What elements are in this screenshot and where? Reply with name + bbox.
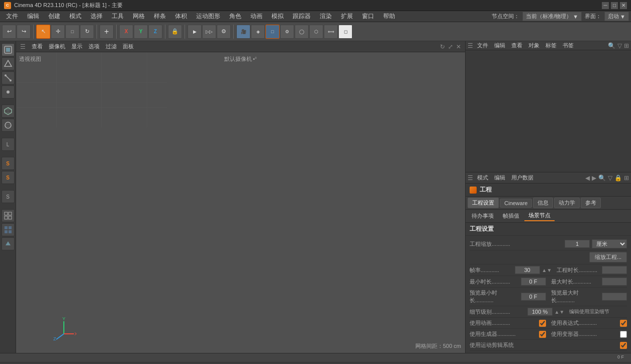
menu-animate[interactable]: 动画 <box>246 11 266 22</box>
subtab-todo[interactable]: 待办事项 <box>468 211 498 221</box>
spline-button[interactable]: ◯ <box>295 25 309 39</box>
tab-reference[interactable]: 参考 <box>581 198 601 208</box>
edge-mode-button[interactable] <box>2 71 15 84</box>
detail-spinner[interactable]: ▲▼ <box>555 309 565 315</box>
move-tool-button[interactable]: ✛ <box>51 25 65 39</box>
rp-filter-icon[interactable]: ▽ <box>617 42 622 49</box>
minimize-button[interactable]: ─ <box>602 2 609 9</box>
detail-input[interactable] <box>527 308 553 316</box>
tab-info[interactable]: 信息 <box>533 198 553 208</box>
lock-button[interactable]: 🔒 <box>168 25 182 39</box>
undo-button[interactable]: ↩ <box>2 25 16 39</box>
prop-filter-icon[interactable]: ▽ <box>608 174 612 181</box>
scale-tool-button[interactable]: □ <box>65 25 79 39</box>
rp-search-icon[interactable]: 🔍 <box>608 42 615 49</box>
rp-menu-edit[interactable]: 编辑 <box>492 42 507 49</box>
vp-menu-filter[interactable]: 过滤 <box>106 43 117 50</box>
vp-icon-expand[interactable]: ⤢ <box>448 43 453 50</box>
prop-menu-edit[interactable]: 编辑 <box>492 174 507 181</box>
menu-tracker[interactable]: 跟踪器 <box>289 11 315 22</box>
menu-mograph[interactable]: 运动图形 <box>192 11 224 22</box>
object-mode-button[interactable] <box>2 43 15 56</box>
select-tool-button[interactable]: ↖ <box>36 25 50 39</box>
render-play-button[interactable]: ▷▷ <box>202 25 216 39</box>
null-button[interactable]: S <box>2 171 15 184</box>
use-gen-checkbox[interactable] <box>539 331 546 338</box>
prop-nav-back[interactable]: ◀ <box>585 174 590 181</box>
vp-menu-display[interactable]: 显示 <box>71 43 82 50</box>
camera-button[interactable]: 🎥 <box>236 25 250 39</box>
menu-mesh[interactable]: 网格 <box>129 11 149 22</box>
menu-mode[interactable]: 模式 <box>65 11 85 22</box>
cloner-button[interactable] <box>2 237 15 250</box>
prop-nav-forward[interactable]: ▶ <box>592 174 596 181</box>
point-mode-button[interactable] <box>2 85 15 99</box>
menu-render[interactable]: 渲染 <box>316 11 336 22</box>
scale-input[interactable] <box>565 240 590 248</box>
axis-y-button[interactable]: Y <box>134 25 148 39</box>
axis-x-button[interactable]: X <box>119 25 133 39</box>
viewport[interactable]: Y Z X 透视视图 默认摄像机 •° 网格间距：500 cm Y X Z <box>16 52 465 353</box>
prop-menu-user[interactable]: 用户数据 <box>509 174 535 181</box>
vp-menu-panel[interactable]: 面板 <box>123 43 134 50</box>
viewport-mode-button[interactable]: □ <box>265 25 280 39</box>
menu-character[interactable]: 角色 <box>225 11 245 22</box>
min-time-input[interactable] <box>521 278 546 286</box>
ui-dropdown[interactable]: 启动 ▼ <box>604 12 629 21</box>
prop-search-icon[interactable]: 🔍 <box>598 174 606 181</box>
vp-menu-options[interactable]: 选项 <box>88 43 100 50</box>
rp-menu-tag[interactable]: 标签 <box>544 42 559 49</box>
snap-to-button[interactable]: L <box>2 138 15 151</box>
prop-lock-icon[interactable]: 🔒 <box>614 174 622 181</box>
render-frame-button[interactable]: ▶ <box>188 25 202 39</box>
snap-button[interactable]: ⟺ <box>324 25 338 39</box>
vp-icon-refresh[interactable]: ↻ <box>440 43 445 50</box>
rp-menu-file[interactable]: 文件 <box>475 42 490 49</box>
max-time-input[interactable] <box>602 278 627 286</box>
paint-button[interactable]: ◻ <box>338 25 352 39</box>
vp-menu-view[interactable]: 查看 <box>32 43 43 50</box>
tab-project-settings[interactable]: 工程设置 <box>468 198 499 208</box>
close-button[interactable]: ✕ <box>620 2 627 9</box>
rp-menu-view[interactable]: 查看 <box>509 42 524 49</box>
boole-button[interactable]: S <box>2 157 15 170</box>
menu-select[interactable]: 选择 <box>86 11 107 22</box>
vp-menu-camera[interactable]: 摄像机 <box>49 43 65 50</box>
array-button[interactable] <box>2 223 15 236</box>
use-deform-checkbox[interactable] <box>620 331 627 338</box>
scale-unit-dropdown[interactable]: 厘米 米 毫米 <box>592 239 627 248</box>
menu-tools[interactable]: 工具 <box>108 11 128 22</box>
prop-settings-icon[interactable]: ⊞ <box>624 174 629 181</box>
use-motion-checkbox[interactable] <box>620 342 627 349</box>
menu-file[interactable]: 文件 <box>2 11 22 22</box>
use-anim-checkbox[interactable] <box>539 320 546 327</box>
add-object-button[interactable]: + <box>100 25 114 39</box>
subtab-frame-interp[interactable]: 帧插值 <box>499 211 523 221</box>
deform-button[interactable]: ⚙ <box>280 25 294 39</box>
fps-spinner[interactable]: ▲▼ <box>542 267 552 273</box>
render-settings-button[interactable]: ⚙ <box>217 25 231 39</box>
node-space-dropdown[interactable]: 当前（标准/物理） ▼ <box>522 12 582 21</box>
project-length-input[interactable] <box>602 266 627 274</box>
maximize-button[interactable]: □ <box>611 2 618 9</box>
polygon-mode-button[interactable] <box>2 57 15 70</box>
menu-simulate[interactable]: 模拟 <box>267 11 288 22</box>
menu-window[interactable]: 窗口 <box>358 11 378 22</box>
grid-button[interactable] <box>2 209 15 222</box>
menu-help[interactable]: 帮助 <box>379 11 399 22</box>
fps-input[interactable] <box>515 266 540 274</box>
menu-create[interactable]: 创建 <box>44 11 64 22</box>
menu-edit[interactable]: 编辑 <box>23 11 43 22</box>
rp-menu-bookmark[interactable]: 书签 <box>561 42 576 49</box>
rp-settings-icon[interactable]: ⊞ <box>624 42 629 49</box>
subtab-scene-nodes[interactable]: 场景节点 <box>524 211 555 221</box>
menu-volume[interactable]: 体积 <box>171 11 191 22</box>
deformer-button[interactable]: S <box>2 190 15 203</box>
prop-menu-mode[interactable]: 模式 <box>475 174 490 181</box>
rp-menu-object[interactable]: 对象 <box>526 42 542 49</box>
vp-icon-close[interactable]: ✕ <box>456 43 461 50</box>
preview-max-input[interactable] <box>602 293 627 301</box>
title-bar-controls[interactable]: ─ □ ✕ <box>602 2 627 9</box>
axis-z-button[interactable]: Z <box>148 25 162 39</box>
tab-dynamics[interactable]: 动力学 <box>554 198 580 208</box>
